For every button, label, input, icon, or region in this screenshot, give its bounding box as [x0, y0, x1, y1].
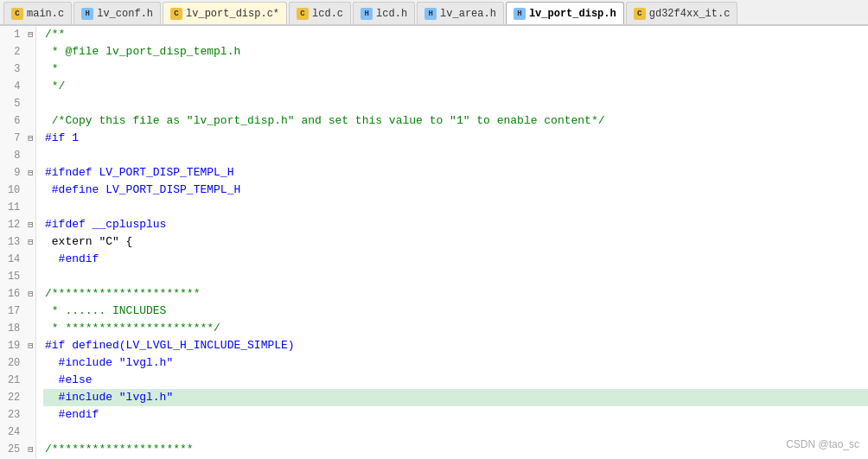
code-line-13: extern "C" {	[43, 233, 868, 251]
fold-icon[interactable]: ⊟	[25, 29, 35, 40]
tab-lv-port-disp-h[interactable]: Hlv_port_disp.h	[506, 2, 624, 24]
code-text: * ...... INCLUDES	[45, 303, 166, 320]
code-line-12: #ifdef __cplusplus	[43, 216, 868, 233]
fold-icon[interactable]: ⊟	[25, 289, 35, 299]
tab-lv-conf-h[interactable]: Hlv_conf.h	[73, 2, 161, 24]
line-numbers-gutter: 1⊟234567⊟89⊟101112⊟13⊟141516⊟171819⊟2021…	[0, 26, 36, 459]
gutter-row-4: 4	[0, 78, 35, 95]
code-text: /**********************	[45, 285, 200, 303]
code-line-6: /*Copy this file as "lv_port_disp.h" and…	[43, 112, 868, 130]
line-number: 4	[0, 78, 25, 95]
code-line-10: #define LV_PORT_DISP_TEMPL_H	[43, 182, 868, 199]
line-number: 2	[0, 43, 25, 61]
gutter-row-9: 9⊟	[0, 164, 35, 182]
tab-icon-c: C	[11, 8, 23, 20]
tab-lcd-c[interactable]: Clcd.c	[289, 2, 351, 24]
line-number: 8	[0, 147, 25, 164]
line-number: 25	[0, 441, 25, 458]
line-number: 11	[0, 199, 25, 216]
code-line-9: #ifndef LV_PORT_DISP_TEMPL_H	[43, 164, 868, 182]
gutter-row-7: 7⊟	[0, 130, 35, 147]
code-line-3: *	[43, 61, 868, 78]
tab-icon-c: C	[634, 8, 646, 20]
gutter-row-24: 24	[0, 424, 35, 441]
tab-label-lv-area-h: lv_area.h	[440, 8, 496, 20]
line-number: 3	[0, 61, 25, 78]
gutter-row-18: 18	[0, 320, 35, 337]
code-line-19: #if defined(LV_LVGL_H_INCLUDE_SIMPLE)	[43, 337, 868, 354]
tab-icon-c: C	[170, 8, 182, 20]
code-line-14: #endif	[43, 251, 868, 268]
line-number: 10	[0, 182, 25, 199]
tab-main-c[interactable]: Cmain.c	[3, 2, 72, 24]
gutter-row-23: 23	[0, 406, 35, 424]
code-text: #if defined(LV_LVGL_H_INCLUDE_SIMPLE)	[45, 337, 295, 354]
gutter-row-5: 5	[0, 95, 35, 112]
tab-gd32f4xx-it-c[interactable]: Cgd32f4xx_it.c	[626, 2, 738, 24]
gutter-row-19: 19⊟	[0, 337, 35, 354]
code-line-2: * @file lv_port_disp_templ.h	[43, 43, 868, 61]
code-line-5	[43, 95, 868, 112]
tab-label-lcd-c: lcd.c	[312, 8, 343, 20]
line-number: 21	[0, 372, 25, 389]
gutter-row-3: 3	[0, 61, 35, 78]
tab-bar: Cmain.cHlv_conf.hClv_port_disp.c*Clcd.cH…	[0, 0, 868, 26]
line-number: 24	[0, 424, 25, 441]
code-text: /**	[45, 26, 65, 43]
line-number: 19	[0, 337, 25, 354]
gutter-row-1: 1⊟	[0, 26, 35, 43]
code-line-22: #include "lvgl.h"	[43, 389, 868, 406]
code-text: * @file lv_port_disp_templ.h	[45, 43, 240, 61]
fold-icon[interactable]: ⊟	[25, 133, 35, 143]
tab-icon-h: H	[81, 8, 93, 20]
code-text: * **********************/	[45, 320, 220, 337]
code-text: #if 1	[45, 130, 79, 147]
fold-icon[interactable]: ⊟	[25, 220, 35, 230]
code-line-11	[43, 199, 868, 216]
line-number: 7	[0, 130, 25, 147]
line-number: 13	[0, 233, 25, 251]
code-area[interactable]: /** * @file lv_port_disp_templ.h * */ /*…	[36, 26, 868, 459]
gutter-row-25: 25⊟	[0, 441, 35, 458]
line-number: 17	[0, 303, 25, 320]
code-text: extern "C" {	[45, 233, 132, 251]
line-number: 9	[0, 164, 25, 182]
gutter-row-21: 21	[0, 372, 35, 389]
tab-label-lv-conf-h: lv_conf.h	[97, 8, 153, 20]
gutter-row-12: 12⊟	[0, 216, 35, 233]
code-line-25: /*********************	[43, 441, 868, 458]
code-text: #endif	[45, 406, 99, 424]
gutter-row-17: 17	[0, 303, 35, 320]
fold-icon[interactable]: ⊟	[25, 237, 35, 247]
gutter-row-20: 20	[0, 354, 35, 372]
tab-icon-h: H	[361, 8, 373, 20]
fold-icon[interactable]: ⊟	[25, 341, 35, 351]
code-text: /*********************	[45, 441, 194, 458]
code-text: #ifdef __cplusplus	[45, 216, 166, 233]
line-number: 5	[0, 95, 25, 112]
code-line-4: */	[43, 78, 868, 95]
tab-label-gd32f4xx-it-c: gd32f4xx_it.c	[649, 8, 731, 20]
tab-lv-area-h[interactable]: Hlv_area.h	[417, 2, 504, 24]
tab-icon-h: H	[424, 8, 437, 20]
code-line-1: /**	[43, 26, 868, 43]
code-text: *	[45, 61, 59, 78]
line-number: 12	[0, 216, 25, 233]
tab-icon-h: H	[514, 8, 526, 20]
watermark: CSDN @tao_sc	[786, 438, 859, 450]
tab-lv-port-disp-c[interactable]: Clv_port_disp.c*	[163, 2, 287, 24]
code-line-21: #else	[43, 372, 868, 389]
code-text: #endif	[45, 251, 99, 268]
line-number: 22	[0, 389, 25, 406]
fold-icon[interactable]: ⊟	[25, 168, 35, 178]
code-text: #else	[45, 372, 93, 389]
tab-label-lcd-h: lcd.h	[376, 8, 407, 20]
line-number: 14	[0, 251, 25, 268]
gutter-row-2: 2	[0, 43, 35, 61]
code-text: #include "lvgl.h"	[45, 389, 173, 406]
tab-lcd-h[interactable]: Hlcd.h	[353, 2, 415, 24]
fold-icon[interactable]: ⊟	[25, 444, 35, 455]
tab-label-main-c: main.c	[27, 8, 64, 20]
code-text: #include "lvgl.h"	[45, 354, 173, 372]
code-line-8	[43, 147, 868, 164]
